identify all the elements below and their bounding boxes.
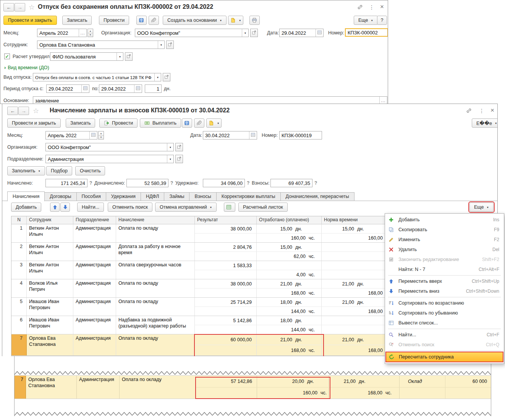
hint-question-icon[interactable]: ? (314, 180, 317, 186)
help-button[interactable]: ? (377, 16, 387, 25)
dropdown-icon[interactable]: ▼ (117, 53, 123, 60)
cancel-fixes-button[interactable]: Отмена исправлений▼ (155, 203, 217, 212)
column-header[interactable]: Подразделение (73, 216, 116, 224)
menu-item-sort-asc[interactable]: Сортировать по возрастанию (385, 298, 504, 308)
column-header[interactable]: Результат (195, 216, 257, 224)
post-button[interactable]: Провести (99, 16, 129, 25)
add-row-button[interactable]: Добавить (11, 203, 41, 212)
move-row-down-button[interactable] (60, 203, 70, 212)
open-organization-button[interactable] (250, 29, 258, 37)
hint-question-icon[interactable]: ? (247, 180, 249, 186)
close-icon[interactable]: × (489, 107, 496, 114)
favorite-star-icon[interactable]: ☆ (29, 4, 35, 11)
dropdown-icon[interactable]: ▼ (158, 41, 164, 49)
hint-question-icon[interactable]: ? (170, 180, 173, 186)
tab-Доначисления, перерасчеты[interactable]: Доначисления, перерасчеты (281, 192, 354, 201)
menu-item-sort-desc[interactable]: Сортировать по убыванию (385, 308, 504, 318)
hint-question-icon[interactable]: ? (89, 180, 92, 186)
date-field[interactable]: 30.04.2022 (203, 131, 257, 139)
spin-down-icon[interactable]: ▼ (99, 136, 104, 139)
pick-button[interactable]: Подбор (46, 166, 72, 175)
dropdown-icon[interactable]: ▼ (242, 29, 248, 37)
menu-item-copy[interactable]: СкопироватьF9 (385, 225, 504, 235)
open-department-button[interactable] (175, 155, 183, 163)
spin-up-icon[interactable]: ▲ (88, 29, 93, 33)
menu-item-add[interactable]: ДобавитьIns (385, 215, 504, 225)
menu-item-output-list[interactable]: Вывести список... (385, 318, 504, 328)
date-field[interactable]: 29.04.2022 (279, 29, 324, 37)
open-approver-button[interactable] (125, 52, 133, 61)
dropdown-icon[interactable]: ▼ (167, 143, 173, 151)
fill-button[interactable]: Заполнить▼ (7, 166, 45, 175)
menu-item-find[interactable]: Найти...Ctrl+F (385, 330, 504, 340)
table-more-button[interactable]: Еще▼ (469, 203, 494, 212)
show-postings-button[interactable] (182, 118, 192, 128)
month-stepper[interactable]: ▲▼ (87, 29, 93, 37)
number-field[interactable]: КПЗК-000002 (345, 28, 388, 37)
reports-button[interactable]: ▼ (206, 118, 222, 128)
month-field[interactable]: Апрель 2022 (45, 131, 97, 139)
calendar-icon[interactable] (81, 85, 89, 92)
back-button[interactable]: ← (7, 107, 18, 115)
back-button[interactable]: ← (3, 3, 14, 11)
column-header[interactable]: N (11, 216, 27, 224)
table-settings-button[interactable] (224, 203, 235, 212)
tab-Удержания[interactable]: Удержания (106, 192, 141, 201)
more-button[interactable]: Еще▼ (354, 16, 378, 25)
reports-button[interactable]: ▼ (228, 16, 243, 25)
post-button[interactable]: Провести (99, 118, 138, 128)
kebab-menu-icon[interactable]: ⋮ (478, 107, 485, 114)
calendar-icon[interactable] (316, 29, 323, 37)
tab-Начисления[interactable]: Начисления (7, 191, 45, 201)
forward-button[interactable]: → (18, 107, 29, 115)
organization-field[interactable]: ООО Конфетпром"▼ (135, 29, 249, 37)
close-icon[interactable]: × (379, 3, 385, 10)
column-header[interactable]: Сотрудник (27, 216, 73, 224)
select-ellipsis-icon[interactable]: ... (79, 29, 86, 37)
basis-field[interactable]: заявление... (33, 96, 387, 104)
select-ellipsis-icon[interactable]: ... (379, 97, 387, 104)
show-postings-button[interactable] (136, 16, 147, 25)
column-header[interactable]: Отработано (оплачено) (257, 216, 322, 224)
calendar-icon[interactable] (249, 131, 257, 139)
get-link-icon[interactable] (356, 4, 363, 11)
kebab-menu-icon[interactable]: ⋮ (368, 4, 375, 11)
create-based-on-button[interactable]: Создать на основании▼ (163, 16, 227, 25)
calc-approved-checkbox[interactable]: ✓ (4, 54, 10, 59)
open-organization-button[interactable] (175, 143, 183, 151)
recalculated-row-fragment[interactable]: 7 Орлова Ева Стапановна Администрация Оп… (15, 375, 491, 399)
open-vacation-kind-button[interactable] (163, 73, 170, 81)
menu-item-edit[interactable]: ИзменитьF2 (385, 235, 504, 245)
menu-item-delete[interactable]: УдалитьDel (385, 245, 504, 255)
clear-button[interactable]: Очистить (75, 166, 105, 175)
get-link-icon[interactable] (465, 108, 472, 115)
write-button[interactable]: Записать (62, 16, 92, 25)
tab-Договоры[interactable]: Договоры (45, 192, 76, 201)
approver-field[interactable]: ФИО пользователя▼ (50, 52, 123, 61)
menu-item-move-up[interactable]: Переместить вверхCtrl+Shift+Up (385, 276, 504, 286)
tab-Пособия[interactable]: Пособия (77, 192, 106, 201)
spin-down-icon[interactable]: ▼ (88, 33, 93, 37)
month-field[interactable]: Апрель 2022... (37, 29, 87, 37)
move-row-up-button[interactable] (50, 203, 60, 212)
calendar-icon[interactable] (134, 85, 142, 92)
vacation-kind-field[interactable]: Отпуск без оплаты в соотв. с частью 1 ст… (33, 73, 161, 81)
month-stepper[interactable]: ▲▼ (98, 131, 104, 139)
find-button[interactable]: Найти... (77, 203, 104, 212)
print-button[interactable] (249, 16, 260, 25)
open-employee-button[interactable] (166, 41, 174, 49)
department-field[interactable]: Администрация▼ (45, 155, 174, 163)
column-header[interactable]: Начисление (116, 216, 195, 224)
period-to-field[interactable]: 29.04.2022 (99, 84, 142, 93)
dropdown-icon[interactable]: ▼ (167, 155, 173, 163)
favorite-star-icon[interactable]: ☆ (33, 107, 39, 114)
employee-field[interactable]: Орлова Ева Стапановна▼ (37, 41, 165, 49)
menu-item-recalc-employee[interactable]: Пересчитать сотрудника (385, 352, 503, 362)
cancel-search-button[interactable]: Отменить поиск (108, 203, 152, 212)
write-button[interactable]: Записать (66, 118, 95, 128)
organization-field[interactable]: ООО Конфетпром"▼ (45, 143, 174, 151)
pay-button[interactable]: Выплатить (140, 118, 181, 128)
post-and-close-button[interactable]: Провести и закрыть (7, 118, 61, 128)
calendar-icon[interactable] (89, 131, 97, 139)
menu-item-move-down[interactable]: Переместить внизCtrl+Shift+Down (385, 286, 504, 296)
